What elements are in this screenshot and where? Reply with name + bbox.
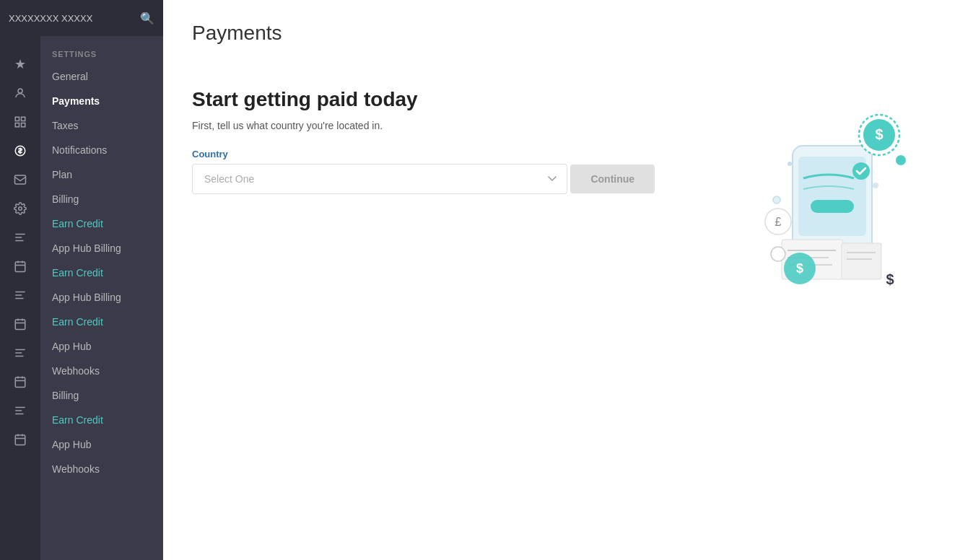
svg-rect-1	[15, 117, 19, 121]
svg-rect-2	[22, 117, 25, 121]
nav-apphub-2[interactable]: App Hub	[40, 432, 163, 457]
payments-illustration: $ £ $ $	[728, 88, 930, 290]
nav-earn-credit-1[interactable]: Earn Credit	[40, 211, 163, 236]
continue-button[interactable]: Continue	[570, 165, 655, 193]
svg-point-52	[771, 247, 785, 261]
form-headline: Start getting paid today	[192, 88, 684, 111]
nav-plan[interactable]: Plan	[40, 162, 163, 187]
main-inner: Start getting paid today First, tell us …	[192, 88, 944, 290]
svg-rect-32	[15, 435, 25, 445]
app-name: XXXXXXXX XXXXX	[9, 13, 134, 24]
svg-text:$: $	[875, 126, 883, 142]
search-icon[interactable]: 🔍	[140, 12, 154, 25]
svg-text:£: £	[775, 216, 782, 228]
illustration-column: $ £ $ $	[713, 88, 944, 290]
people-icon[interactable]	[6, 80, 35, 106]
settings-section-label: SETTINGS	[40, 40, 163, 64]
svg-point-58	[873, 183, 878, 188]
dollar-icon[interactable]	[6, 138, 35, 164]
star-icon[interactable]: ★	[6, 51, 35, 77]
icon-sidebar: XXXXXXXX XXXXX 🔍 ★	[0, 0, 40, 560]
page-title: Payments	[192, 22, 944, 45]
dashboard-icon[interactable]	[6, 109, 35, 135]
svg-rect-4	[22, 123, 25, 127]
nav-billing-1[interactable]: Billing	[40, 187, 163, 211]
bars-icon-1[interactable]	[6, 224, 35, 250]
svg-point-59	[773, 196, 780, 204]
nav-payments[interactable]: Payments	[40, 89, 163, 113]
main-content: Payments Start getting paid today First,…	[163, 0, 973, 560]
calendar-icon-3[interactable]	[6, 369, 35, 395]
gear-icon[interactable]	[6, 196, 35, 222]
nav-webhooks-1[interactable]: Webhooks	[40, 359, 163, 383]
svg-rect-38	[811, 200, 854, 213]
svg-rect-6	[15, 175, 26, 184]
calendar-icon-4[interactable]	[6, 426, 35, 452]
nav-taxes[interactable]: Taxes	[40, 113, 163, 138]
bars-icon-3[interactable]	[6, 340, 35, 366]
country-label: Country	[192, 149, 684, 159]
nav-webhooks-2[interactable]: Webhooks	[40, 457, 163, 481]
svg-rect-43	[842, 243, 881, 279]
nav-billing-2[interactable]: Billing	[40, 383, 163, 408]
nav-apphub-1[interactable]: App Hub	[40, 334, 163, 359]
form-subtitle: First, tell us what country you're locat…	[192, 120, 684, 131]
country-select[interactable]: Select One United States United Kingdom …	[192, 164, 567, 194]
calendar-icon-2[interactable]	[6, 311, 35, 337]
svg-text:$: $	[886, 271, 894, 287]
svg-rect-11	[15, 262, 25, 272]
settings-sidebar: SETTINGS General Payments Taxes Notifica…	[40, 0, 163, 560]
svg-point-7	[19, 207, 22, 211]
form-column: Start getting paid today First, tell us …	[192, 88, 684, 290]
top-bar: XXXXXXXX XXXXX 🔍	[0, 0, 163, 36]
svg-point-56	[852, 162, 870, 180]
nav-notifications[interactable]: Notifications	[40, 138, 163, 162]
svg-rect-3	[15, 123, 19, 127]
svg-point-57	[787, 162, 792, 166]
nav-apphub-billing-2[interactable]: App Hub Billing	[40, 285, 163, 310]
bars-icon-2[interactable]	[6, 282, 35, 308]
svg-rect-18	[15, 320, 25, 330]
calendar-icon-1[interactable]	[6, 253, 35, 279]
nav-earn-credit-4[interactable]: Earn Credit	[40, 408, 163, 432]
svg-text:$: $	[796, 261, 803, 276]
mail-icon[interactable]	[6, 167, 35, 193]
nav-earn-credit-2[interactable]: Earn Credit	[40, 261, 163, 285]
svg-point-49	[896, 155, 906, 165]
nav-general[interactable]: General	[40, 64, 163, 89]
bars-icon-4[interactable]	[6, 398, 35, 424]
svg-rect-25	[15, 377, 25, 388]
svg-point-0	[18, 89, 22, 93]
nav-earn-credit-3[interactable]: Earn Credit	[40, 310, 163, 334]
nav-apphub-billing-1[interactable]: App Hub Billing	[40, 236, 163, 261]
